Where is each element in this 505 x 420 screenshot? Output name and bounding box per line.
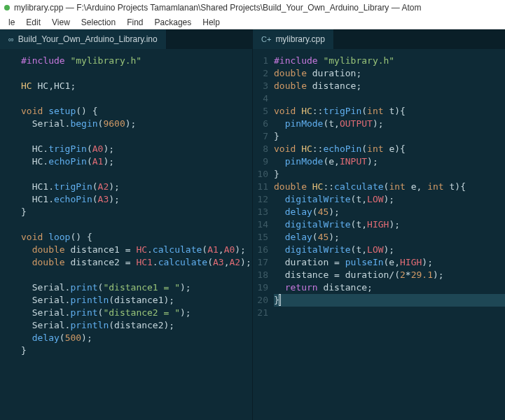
line-number bbox=[0, 55, 15, 67]
code-line[interactable]: double distance2 = HC1.calculate(A3,A2); bbox=[21, 256, 252, 269]
line-number bbox=[0, 130, 15, 143]
line-number: 13 bbox=[253, 206, 268, 218]
code-line[interactable]: double duration; bbox=[274, 67, 505, 80]
code-line[interactable]: } bbox=[21, 344, 252, 357]
code-line[interactable] bbox=[21, 67, 252, 80]
code-line[interactable]: double distance; bbox=[274, 80, 505, 92]
code-line[interactable]: HC1.trigPin(A2); bbox=[21, 181, 252, 193]
code-line[interactable]: delay(45); bbox=[274, 206, 505, 218]
code-line[interactable]: HC1.echoPin(A3); bbox=[21, 193, 252, 206]
line-number: 21 bbox=[253, 307, 268, 319]
code-line[interactable]: void setup() { bbox=[21, 105, 252, 118]
code-line[interactable] bbox=[274, 92, 505, 105]
line-number: 8 bbox=[253, 143, 268, 155]
right-editor[interactable]: 123456789101112131415161718192021 #inclu… bbox=[253, 49, 505, 420]
code-line[interactable]: HC HC,HC1; bbox=[21, 80, 252, 92]
line-number bbox=[0, 67, 15, 80]
left-editor[interactable]: #include "mylibrary.h" HC HC,HC1; void s… bbox=[0, 49, 252, 420]
right-gutter: 123456789101112131415161718192021 bbox=[253, 55, 274, 420]
code-line[interactable]: Serial.println(distance2); bbox=[21, 319, 252, 332]
code-line[interactable]: digitalWrite(t,LOW); bbox=[274, 244, 505, 256]
code-line[interactable]: delay(45); bbox=[274, 231, 505, 244]
code-line[interactable]: HC.trigPin(A0); bbox=[21, 143, 252, 155]
code-line[interactable]: void loop() { bbox=[21, 231, 252, 244]
line-number bbox=[0, 118, 15, 130]
line-number bbox=[0, 281, 15, 294]
code-line[interactable]: double distance1 = HC.calculate(A1,A0); bbox=[21, 244, 252, 256]
menu-item-selection[interactable]: Selection bbox=[76, 16, 121, 29]
line-number: 9 bbox=[253, 155, 268, 168]
code-line[interactable] bbox=[21, 92, 252, 105]
menu-item-help[interactable]: Help bbox=[197, 16, 226, 29]
left-code[interactable]: #include "mylibrary.h" HC HC,HC1; void s… bbox=[21, 55, 252, 420]
line-number bbox=[0, 332, 15, 344]
line-number: 1 bbox=[253, 55, 268, 67]
cpp-icon: C+ bbox=[261, 35, 271, 43]
line-number: 3 bbox=[253, 80, 268, 92]
line-number bbox=[0, 206, 15, 218]
line-number: 19 bbox=[253, 281, 268, 294]
line-number: 5 bbox=[253, 105, 268, 118]
code-line[interactable]: digitalWrite(t,HIGH); bbox=[274, 218, 505, 231]
line-number bbox=[0, 269, 15, 281]
line-number bbox=[0, 319, 15, 332]
line-number: 15 bbox=[253, 231, 268, 244]
right-pane: C+ mylibrary.cpp 12345678910111213141516… bbox=[252, 29, 505, 420]
window-title: mylibrary.cpp — F:\Arduino Projects Tama… bbox=[14, 3, 421, 13]
menu-item-view[interactable]: View bbox=[46, 16, 76, 29]
menu-bar: leEditViewSelectionFindPackagesHelp bbox=[0, 15, 505, 29]
code-line[interactable]: void HC::trigPin(int t){ bbox=[274, 105, 505, 118]
line-number bbox=[0, 244, 15, 256]
code-line[interactable]: } bbox=[21, 206, 252, 218]
code-line[interactable] bbox=[21, 130, 252, 143]
code-line[interactable]: Serial.begin(9600); bbox=[21, 118, 252, 130]
code-line[interactable] bbox=[21, 269, 252, 281]
line-number bbox=[0, 231, 15, 244]
line-number bbox=[0, 307, 15, 319]
tab-label: Build_Your_Own_Arduino_Library.ino bbox=[18, 34, 158, 44]
line-number bbox=[0, 155, 15, 168]
line-number: 17 bbox=[253, 256, 268, 269]
code-line[interactable]: Serial.print("distance1 = "); bbox=[21, 281, 252, 294]
menu-item-edit[interactable]: Edit bbox=[20, 16, 46, 29]
code-line[interactable]: pinMode(t,OUTPUT); bbox=[274, 118, 505, 130]
line-number bbox=[0, 80, 15, 92]
code-line[interactable] bbox=[21, 218, 252, 231]
menu-item-find[interactable]: Find bbox=[121, 16, 148, 29]
right-tabbar: C+ mylibrary.cpp bbox=[253, 29, 505, 49]
code-line[interactable]: HC.echoPin(A1); bbox=[21, 155, 252, 168]
code-line[interactable]: return distance; bbox=[274, 281, 505, 294]
code-line[interactable] bbox=[274, 307, 505, 319]
code-line[interactable]: duration = pulseIn(e,HIGH); bbox=[274, 256, 505, 269]
code-line[interactable]: #include "mylibrary.h" bbox=[21, 55, 252, 67]
code-line[interactable] bbox=[21, 168, 252, 181]
line-number bbox=[0, 143, 15, 155]
tab-cpp[interactable]: C+ mylibrary.cpp bbox=[253, 29, 334, 49]
code-line[interactable]: } bbox=[274, 130, 505, 143]
menu-item-le[interactable]: le bbox=[3, 16, 20, 29]
code-line[interactable]: delay(500); bbox=[21, 332, 252, 344]
line-number: 20 bbox=[253, 294, 268, 307]
code-line[interactable]: double HC::calculate(int e, int t){ bbox=[274, 181, 505, 193]
code-line[interactable]: #include "mylibrary.h" bbox=[274, 55, 505, 67]
code-line[interactable]: Serial.print("distance2 = "); bbox=[21, 307, 252, 319]
line-number: 18 bbox=[253, 269, 268, 281]
code-line[interactable]: distance = duration/(2*29.1); bbox=[274, 269, 505, 281]
code-line[interactable]: } bbox=[274, 168, 505, 181]
line-number bbox=[0, 294, 15, 307]
line-number bbox=[0, 168, 15, 181]
code-line[interactable]: } bbox=[274, 294, 505, 307]
code-line[interactable]: void HC::echoPin(int e){ bbox=[274, 143, 505, 155]
line-number: 12 bbox=[253, 193, 268, 206]
line-number bbox=[0, 181, 15, 193]
code-line[interactable]: Serial.println(distance1); bbox=[21, 294, 252, 307]
menu-item-packages[interactable]: Packages bbox=[149, 16, 198, 29]
line-number bbox=[0, 256, 15, 269]
tab-ino[interactable]: ∞ Build_Your_Own_Arduino_Library.ino bbox=[0, 29, 167, 49]
left-tabbar: ∞ Build_Your_Own_Arduino_Library.ino bbox=[0, 29, 252, 49]
editor-panes: ∞ Build_Your_Own_Arduino_Library.ino #in… bbox=[0, 29, 505, 420]
right-code[interactable]: #include "mylibrary.h"double duration;do… bbox=[274, 55, 505, 420]
code-line[interactable]: digitalWrite(t,LOW); bbox=[274, 193, 505, 206]
code-line[interactable]: pinMode(e,INPUT); bbox=[274, 155, 505, 168]
line-number bbox=[0, 92, 15, 105]
